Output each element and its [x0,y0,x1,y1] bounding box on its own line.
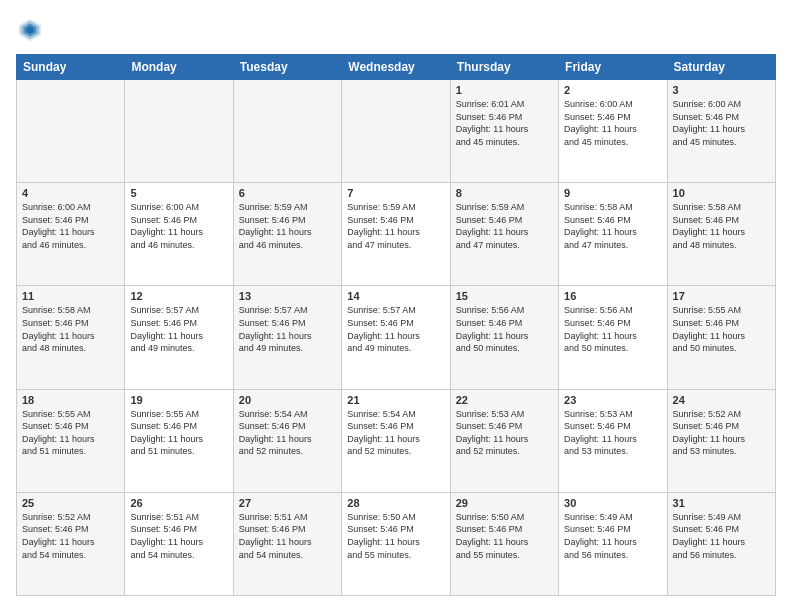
day-info: Sunrise: 5:54 AM Sunset: 5:46 PM Dayligh… [347,408,444,458]
calendar-cell: 25Sunrise: 5:52 AM Sunset: 5:46 PM Dayli… [17,492,125,595]
day-info: Sunrise: 5:55 AM Sunset: 5:46 PM Dayligh… [130,408,227,458]
day-info: Sunrise: 5:57 AM Sunset: 5:46 PM Dayligh… [347,304,444,354]
calendar-cell: 3Sunrise: 6:00 AM Sunset: 5:46 PM Daylig… [667,80,775,183]
calendar-cell: 23Sunrise: 5:53 AM Sunset: 5:46 PM Dayli… [559,389,667,492]
day-number: 8 [456,187,553,199]
day-number: 6 [239,187,336,199]
day-number: 22 [456,394,553,406]
day-info: Sunrise: 5:59 AM Sunset: 5:46 PM Dayligh… [456,201,553,251]
calendar-cell: 8Sunrise: 5:59 AM Sunset: 5:46 PM Daylig… [450,183,558,286]
calendar-cell: 20Sunrise: 5:54 AM Sunset: 5:46 PM Dayli… [233,389,341,492]
day-number: 25 [22,497,119,509]
day-info: Sunrise: 6:00 AM Sunset: 5:46 PM Dayligh… [564,98,661,148]
day-info: Sunrise: 5:54 AM Sunset: 5:46 PM Dayligh… [239,408,336,458]
week-row: 25Sunrise: 5:52 AM Sunset: 5:46 PM Dayli… [17,492,776,595]
day-info: Sunrise: 6:00 AM Sunset: 5:46 PM Dayligh… [673,98,770,148]
calendar-cell: 1Sunrise: 6:01 AM Sunset: 5:46 PM Daylig… [450,80,558,183]
day-number: 18 [22,394,119,406]
day-info: Sunrise: 5:55 AM Sunset: 5:46 PM Dayligh… [22,408,119,458]
day-info: Sunrise: 5:57 AM Sunset: 5:46 PM Dayligh… [130,304,227,354]
calendar-cell: 12Sunrise: 5:57 AM Sunset: 5:46 PM Dayli… [125,286,233,389]
calendar-cell: 9Sunrise: 5:58 AM Sunset: 5:46 PM Daylig… [559,183,667,286]
day-number: 28 [347,497,444,509]
calendar-cell: 6Sunrise: 5:59 AM Sunset: 5:46 PM Daylig… [233,183,341,286]
calendar-cell [342,80,450,183]
weekday-header: Thursday [450,55,558,80]
calendar-cell: 27Sunrise: 5:51 AM Sunset: 5:46 PM Dayli… [233,492,341,595]
day-number: 11 [22,290,119,302]
weekday-header-row: SundayMondayTuesdayWednesdayThursdayFrid… [17,55,776,80]
calendar-cell: 7Sunrise: 5:59 AM Sunset: 5:46 PM Daylig… [342,183,450,286]
week-row: 4Sunrise: 6:00 AM Sunset: 5:46 PM Daylig… [17,183,776,286]
calendar-cell [125,80,233,183]
day-number: 12 [130,290,227,302]
calendar-cell [233,80,341,183]
calendar-cell: 30Sunrise: 5:49 AM Sunset: 5:46 PM Dayli… [559,492,667,595]
day-info: Sunrise: 5:56 AM Sunset: 5:46 PM Dayligh… [456,304,553,354]
day-info: Sunrise: 5:58 AM Sunset: 5:46 PM Dayligh… [673,201,770,251]
day-number: 19 [130,394,227,406]
calendar-cell: 11Sunrise: 5:58 AM Sunset: 5:46 PM Dayli… [17,286,125,389]
day-number: 1 [456,84,553,96]
day-info: Sunrise: 5:55 AM Sunset: 5:46 PM Dayligh… [673,304,770,354]
calendar-cell: 13Sunrise: 5:57 AM Sunset: 5:46 PM Dayli… [233,286,341,389]
day-info: Sunrise: 5:52 AM Sunset: 5:46 PM Dayligh… [673,408,770,458]
weekday-header: Monday [125,55,233,80]
day-info: Sunrise: 6:01 AM Sunset: 5:46 PM Dayligh… [456,98,553,148]
calendar-cell: 18Sunrise: 5:55 AM Sunset: 5:46 PM Dayli… [17,389,125,492]
day-number: 2 [564,84,661,96]
day-number: 7 [347,187,444,199]
day-info: Sunrise: 5:56 AM Sunset: 5:46 PM Dayligh… [564,304,661,354]
calendar-cell: 19Sunrise: 5:55 AM Sunset: 5:46 PM Dayli… [125,389,233,492]
day-info: Sunrise: 5:57 AM Sunset: 5:46 PM Dayligh… [239,304,336,354]
day-info: Sunrise: 5:51 AM Sunset: 5:46 PM Dayligh… [239,511,336,561]
weekday-header: Wednesday [342,55,450,80]
day-info: Sunrise: 6:00 AM Sunset: 5:46 PM Dayligh… [130,201,227,251]
day-number: 3 [673,84,770,96]
calendar-cell: 4Sunrise: 6:00 AM Sunset: 5:46 PM Daylig… [17,183,125,286]
day-number: 26 [130,497,227,509]
calendar-cell: 21Sunrise: 5:54 AM Sunset: 5:46 PM Dayli… [342,389,450,492]
day-info: Sunrise: 5:49 AM Sunset: 5:46 PM Dayligh… [564,511,661,561]
calendar-cell: 5Sunrise: 6:00 AM Sunset: 5:46 PM Daylig… [125,183,233,286]
weekday-header: Friday [559,55,667,80]
day-info: Sunrise: 6:00 AM Sunset: 5:46 PM Dayligh… [22,201,119,251]
day-number: 9 [564,187,661,199]
day-number: 5 [130,187,227,199]
calendar-cell: 26Sunrise: 5:51 AM Sunset: 5:46 PM Dayli… [125,492,233,595]
calendar: SundayMondayTuesdayWednesdayThursdayFrid… [16,54,776,596]
calendar-cell: 28Sunrise: 5:50 AM Sunset: 5:46 PM Dayli… [342,492,450,595]
day-number: 21 [347,394,444,406]
calendar-cell: 15Sunrise: 5:56 AM Sunset: 5:46 PM Dayli… [450,286,558,389]
day-number: 20 [239,394,336,406]
calendar-cell: 16Sunrise: 5:56 AM Sunset: 5:46 PM Dayli… [559,286,667,389]
weekday-header: Saturday [667,55,775,80]
calendar-cell: 29Sunrise: 5:50 AM Sunset: 5:46 PM Dayli… [450,492,558,595]
page: SundayMondayTuesdayWednesdayThursdayFrid… [0,0,792,612]
day-info: Sunrise: 5:53 AM Sunset: 5:46 PM Dayligh… [456,408,553,458]
day-info: Sunrise: 5:58 AM Sunset: 5:46 PM Dayligh… [564,201,661,251]
calendar-cell: 10Sunrise: 5:58 AM Sunset: 5:46 PM Dayli… [667,183,775,286]
day-number: 23 [564,394,661,406]
calendar-cell: 17Sunrise: 5:55 AM Sunset: 5:46 PM Dayli… [667,286,775,389]
day-number: 14 [347,290,444,302]
day-number: 30 [564,497,661,509]
day-info: Sunrise: 5:59 AM Sunset: 5:46 PM Dayligh… [347,201,444,251]
day-info: Sunrise: 5:58 AM Sunset: 5:46 PM Dayligh… [22,304,119,354]
calendar-cell: 14Sunrise: 5:57 AM Sunset: 5:46 PM Dayli… [342,286,450,389]
day-info: Sunrise: 5:52 AM Sunset: 5:46 PM Dayligh… [22,511,119,561]
day-info: Sunrise: 5:50 AM Sunset: 5:46 PM Dayligh… [456,511,553,561]
calendar-cell: 24Sunrise: 5:52 AM Sunset: 5:46 PM Dayli… [667,389,775,492]
logo-icon [16,16,44,44]
header [16,16,776,44]
calendar-cell: 31Sunrise: 5:49 AM Sunset: 5:46 PM Dayli… [667,492,775,595]
day-number: 17 [673,290,770,302]
day-info: Sunrise: 5:59 AM Sunset: 5:46 PM Dayligh… [239,201,336,251]
calendar-cell: 2Sunrise: 6:00 AM Sunset: 5:46 PM Daylig… [559,80,667,183]
day-number: 13 [239,290,336,302]
day-number: 27 [239,497,336,509]
day-info: Sunrise: 5:50 AM Sunset: 5:46 PM Dayligh… [347,511,444,561]
day-info: Sunrise: 5:51 AM Sunset: 5:46 PM Dayligh… [130,511,227,561]
week-row: 11Sunrise: 5:58 AM Sunset: 5:46 PM Dayli… [17,286,776,389]
day-number: 24 [673,394,770,406]
